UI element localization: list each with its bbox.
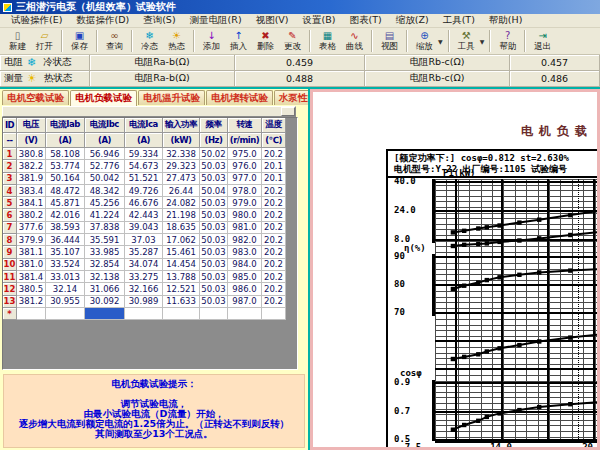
toolbar-button-曲线[interactable]: ∿曲线 [341, 31, 368, 51]
menu-item-0[interactable]: 试验操作(E) [4, 14, 69, 27]
data-cell[interactable]: 381.4 [17, 271, 46, 283]
data-cell[interactable]: 381.9 [17, 173, 46, 185]
data-cell[interactable]: 50.03 [200, 259, 228, 271]
data-cell[interactable]: 979.0 [228, 197, 262, 209]
data-cell[interactable]: 36.444 [46, 234, 85, 246]
data-cell[interactable]: 987.0 [228, 296, 262, 308]
data-cell[interactable]: 381.0 [17, 259, 46, 271]
toolbar-button-冷态[interactable]: ❄冷态 [136, 31, 163, 51]
row-id-cell[interactable]: * [3, 308, 17, 320]
data-cell[interactable]: 20.2 [262, 271, 286, 283]
data-cell[interactable]: 31.066 [85, 283, 125, 295]
menu-item-7[interactable]: 缩放(Z) [389, 14, 436, 27]
state-button-热状态[interactable]: 热状态 [41, 72, 76, 85]
data-cell[interactable]: 33.013 [46, 271, 85, 283]
row-id-cell[interactable]: 7 [3, 222, 17, 234]
data-cell[interactable]: 50.03 [200, 246, 228, 258]
data-cell[interactable]: 381.2 [17, 296, 46, 308]
data-cell[interactable]: 20.2 [262, 222, 286, 234]
toolbar-button-保存[interactable]: ▣保存 [66, 31, 93, 51]
data-cell[interactable]: 46.676 [125, 197, 163, 209]
data-cell[interactable]: 39.043 [125, 222, 163, 234]
data-cell[interactable]: 37.838 [85, 222, 125, 234]
menu-item-1[interactable]: 数据操作(D) [69, 14, 136, 27]
row-id-cell[interactable]: 5 [3, 197, 17, 209]
data-cell[interactable]: 980.0 [228, 209, 262, 221]
data-cell[interactable]: 32.166 [125, 283, 163, 295]
data-cell[interactable]: 20.1 [262, 173, 286, 185]
data-cell[interactable]: 984.0 [228, 259, 262, 271]
data-cell[interactable]: 976.0 [228, 160, 262, 172]
data-cell[interactable]: 379.9 [17, 234, 46, 246]
data-cell[interactable]: 20.2 [262, 234, 286, 246]
data-cell[interactable]: 38.593 [46, 222, 85, 234]
data-cell[interactable]: 30.092 [85, 296, 125, 308]
menu-item-4[interactable]: 视图(V) [249, 14, 296, 27]
data-cell[interactable]: 50.03 [200, 160, 228, 172]
data-cell[interactable] [125, 308, 163, 320]
toolbar-button-删除[interactable]: ✖删除 [252, 31, 279, 51]
data-cell[interactable]: 30.955 [46, 296, 85, 308]
data-cell[interactable]: 50.03 [200, 197, 228, 209]
data-cell[interactable] [228, 308, 262, 320]
data-cell[interactable]: 12.521 [163, 283, 200, 295]
data-cell[interactable]: 50.03 [200, 222, 228, 234]
row-id-cell[interactable]: 11 [3, 271, 17, 283]
data-cell[interactable]: 981.0 [228, 222, 262, 234]
data-cell[interactable]: 18.635 [163, 222, 200, 234]
data-cell[interactable]: 48.472 [46, 185, 85, 197]
data-cell[interactable]: 20.2 [262, 148, 286, 160]
data-cell[interactable]: 32.338 [163, 148, 200, 160]
data-cell[interactable]: 20.2 [262, 296, 286, 308]
toolbar-button-缩放[interactable]: ⊕缩放 [411, 31, 438, 51]
data-cell[interactable]: 384.1 [17, 197, 46, 209]
data-cell[interactable]: 50.02 [200, 148, 228, 160]
toolbar-button-添加[interactable]: ↓添加 [198, 31, 225, 51]
data-cell[interactable]: 42.016 [46, 209, 85, 221]
data-cell[interactable]: 381.1 [17, 246, 46, 258]
data-cell[interactable]: 27.473 [163, 173, 200, 185]
data-cell[interactable] [163, 308, 200, 320]
data-cell[interactable]: 982.0 [228, 234, 262, 246]
data-cell[interactable]: 20.2 [262, 246, 286, 258]
state-button-冷状态[interactable]: 冷状态 [40, 56, 75, 69]
data-cell[interactable]: 45.871 [46, 197, 85, 209]
data-cell[interactable]: 54.673 [125, 160, 163, 172]
row-id-cell[interactable]: 8 [3, 234, 17, 246]
data-cell[interactable]: 50.03 [200, 283, 228, 295]
row-id-cell[interactable]: 4 [3, 185, 17, 197]
data-cell[interactable]: 13.788 [163, 271, 200, 283]
row-id-cell[interactable]: 6 [3, 209, 17, 221]
data-cell[interactable]: 50.03 [200, 209, 228, 221]
row-id-cell[interactable]: 10 [3, 259, 17, 271]
data-cell[interactable]: 20.2 [262, 197, 286, 209]
row-id-cell[interactable]: 12 [3, 283, 17, 295]
data-cell[interactable]: 50.03 [200, 296, 228, 308]
data-cell[interactable]: 37.03 [125, 234, 163, 246]
data-cell[interactable]: 985.0 [228, 271, 262, 283]
tab-电机负载试验[interactable]: 电机负载试验 [70, 90, 137, 106]
toolbar-button-工具[interactable]: ⚒工具 [453, 31, 480, 51]
data-cell[interactable]: 50.042 [85, 173, 125, 185]
data-cell[interactable]: 50.04 [200, 185, 228, 197]
toolbar-button-查询[interactable]: ∞查询 [101, 31, 128, 51]
data-cell[interactable]: 32.138 [85, 271, 125, 283]
menu-item-5[interactable]: 设置(B) [296, 14, 343, 27]
data-cell[interactable]: 35.107 [46, 246, 85, 258]
data-cell[interactable]: 32.14 [46, 283, 85, 295]
tab-电机温升试验[interactable]: 电机温升试验 [138, 90, 205, 105]
data-cell[interactable]: 986.0 [228, 283, 262, 295]
tab-电机堵转试验[interactable]: 电机堵转试验 [206, 90, 273, 105]
dropdown-arrow-icon[interactable]: ▼ [438, 38, 443, 45]
toolbar-button-打开[interactable]: ▱打开 [31, 31, 58, 51]
data-cell[interactable]: 33.524 [46, 259, 85, 271]
data-cell[interactable]: 30.989 [125, 296, 163, 308]
menu-item-8[interactable]: 工具(T) [436, 14, 482, 27]
menu-item-9[interactable]: 帮助(H) [482, 14, 530, 27]
data-cell[interactable]: 15.461 [163, 246, 200, 258]
data-cell[interactable]: 34.074 [125, 259, 163, 271]
toolbar-button-热态[interactable]: ☀热态 [163, 31, 190, 51]
data-cell[interactable]: 26.44 [163, 185, 200, 197]
data-cell[interactable]: 42.443 [125, 209, 163, 221]
tab-电机空载试验[interactable]: 电机空载试验 [2, 90, 69, 105]
